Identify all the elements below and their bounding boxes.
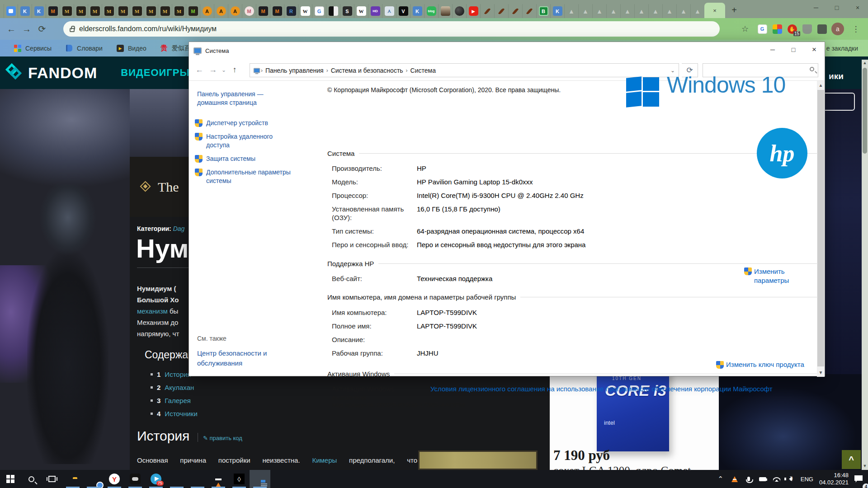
- inline-link[interactable]: механизм: [137, 307, 168, 315]
- shield-extension-icon[interactable]: [802, 23, 812, 34]
- tab-feather-icon[interactable]: [508, 4, 522, 18]
- tab-close-icon[interactable]: ×: [713, 7, 717, 14]
- tab-feather-icon[interactable]: [494, 4, 508, 18]
- breadcrumb-control-panel[interactable]: Панель управления: [265, 67, 324, 74]
- start-button[interactable]: [0, 470, 21, 488]
- change-product-key-link[interactable]: Изменить ключ продукта: [716, 361, 804, 369]
- extension-icon[interactable]: [772, 23, 783, 34]
- tab-b-green-icon[interactable]: B: [536, 4, 550, 18]
- taskbar-app-skyrim[interactable]: ◊: [229, 470, 250, 488]
- tab-blog-icon[interactable]: blog: [424, 4, 438, 18]
- tab-a-orange-icon[interactable]: A: [214, 4, 228, 18]
- scrollbar-thumb[interactable]: [817, 90, 824, 366]
- tab-a-orange-icon[interactable]: A: [200, 4, 214, 18]
- new-tab-button[interactable]: +: [728, 4, 741, 16]
- hidden-icons-chevron[interactable]: ⌃: [717, 475, 725, 483]
- tab-wiki-icon[interactable]: W: [298, 4, 312, 18]
- tab-bw-icon[interactable]: [326, 4, 340, 18]
- tab-eso-icon[interactable]: ▲: [648, 4, 662, 18]
- breadcrumb-system[interactable]: Система: [410, 67, 436, 74]
- security-center-link[interactable]: Центр безопасности и обслуживания: [197, 348, 283, 368]
- change-settings-link[interactable]: Изменить параметры: [744, 267, 795, 285]
- tab-eso-icon[interactable]: ▲: [634, 4, 648, 18]
- tab-eso-icon[interactable]: ▲: [564, 4, 578, 18]
- forward-icon[interactable]: →: [206, 65, 220, 75]
- vlc-tray-icon[interactable]: [731, 475, 739, 483]
- tech-support-link[interactable]: Техническая поддержка: [417, 274, 492, 283]
- toc-item-Акулахан[interactable]: 2Акулахан: [151, 384, 198, 391]
- sidebar-task-link[interactable]: Диспетчер устройств: [195, 119, 292, 127]
- close-button[interactable]: ×: [804, 42, 825, 57]
- bookmark-Словари[interactable]: Словари: [65, 44, 103, 52]
- inline-link[interactable]: Кимеры: [312, 456, 337, 464]
- tab-m-gold-icon[interactable]: M: [172, 4, 186, 18]
- maximize-button[interactable]: □: [783, 42, 804, 57]
- tab-vk-icon[interactable]: K: [32, 4, 46, 18]
- wifi-icon[interactable]: [773, 475, 781, 483]
- up-icon[interactable]: ↑: [228, 65, 241, 75]
- nav-button-fragment[interactable]: [825, 93, 855, 111]
- numidium-artwork-image[interactable]: [418, 450, 538, 470]
- breadcrumb-system-security[interactable]: Система и безопасность: [331, 67, 403, 74]
- tab-sphere-icon[interactable]: [452, 4, 466, 18]
- sidebar-task-link[interactable]: Защита системы: [195, 155, 292, 163]
- taskbar-app-vlc[interactable]: [208, 470, 229, 488]
- tab-m-gold-icon[interactable]: M: [102, 4, 116, 18]
- sidebar-home-link[interactable]: Панель управления — домашняя страница: [197, 90, 283, 107]
- scrollbar-down-icon[interactable]: ▼: [817, 370, 825, 375]
- microphone-icon[interactable]: [745, 475, 753, 483]
- tab-gtr-icon[interactable]: G: [312, 4, 326, 18]
- taskbar-app-telegram[interactable]: 75: [146, 470, 166, 488]
- reload-icon[interactable]: ⟳: [34, 21, 50, 37]
- tab-eso-icon[interactable]: ▲: [578, 4, 592, 18]
- core-i3-box-image[interactable]: 10TH GEN CORE i3 intel: [597, 368, 669, 451]
- taskbar-app-yandex[interactable]: Y: [104, 470, 125, 488]
- breadcrumb-bar[interactable]: › Панель управления › Система и безопасн…: [250, 63, 679, 77]
- tab-v-dark-icon[interactable]: V: [396, 4, 410, 18]
- browser-scrollbar[interactable]: ▲ ▼: [862, 60, 868, 470]
- tab-feather-icon[interactable]: [480, 4, 494, 18]
- nav-item-videogames[interactable]: ВИДЕОИГРЫ: [121, 67, 190, 79]
- extensions-puzzle-icon[interactable]: [816, 23, 827, 34]
- tab-feather-icon[interactable]: [522, 4, 536, 18]
- back-icon[interactable]: ←: [193, 65, 206, 75]
- tab-a-orange-icon[interactable]: A: [228, 4, 242, 18]
- tab-s-dark-icon[interactable]: S: [340, 4, 354, 18]
- taskbar-app-moon[interactable]: [187, 470, 208, 488]
- battery-icon[interactable]: [759, 475, 767, 483]
- tab-portrait-icon[interactable]: [438, 4, 452, 18]
- tab-m-orange-icon[interactable]: М: [256, 4, 270, 18]
- tab-m-orange-icon[interactable]: М: [270, 4, 284, 18]
- tab-eso-icon[interactable]: ▲: [676, 4, 690, 18]
- adblock-extension-icon[interactable]: ✋ 15: [787, 23, 797, 34]
- clock[interactable]: 16:48 04.02.2021: [819, 472, 849, 486]
- scrollbar-up-icon[interactable]: ▲: [817, 83, 825, 88]
- scrollbar-down-icon[interactable]: ▼: [862, 464, 868, 468]
- scrollbar-up-icon[interactable]: ▲: [862, 61, 868, 65]
- tab-m-green-icon[interactable]: M: [186, 4, 200, 18]
- taskbar-app-cpanel[interactable]: [250, 470, 270, 488]
- tab-vk-icon[interactable]: K: [410, 4, 424, 18]
- tab-m-gold-icon[interactable]: M: [144, 4, 158, 18]
- license-terms-link[interactable]: Условия лицензионного соглашения на испо…: [430, 385, 773, 402]
- taskbar-search-button[interactable]: [21, 470, 42, 488]
- address-bar[interactable]: elderscrolls.fandom.com/ru/wiki/Нумидиум: [63, 21, 720, 37]
- taskbar-app-chrome[interactable]: [83, 470, 104, 488]
- tab-eso-icon[interactable]: ▲: [662, 4, 676, 18]
- volume-icon[interactable]: [787, 475, 795, 483]
- tab-vk-icon[interactable]: K: [550, 4, 564, 18]
- other-bookmarks-label[interactable]: е закладки: [826, 45, 858, 52]
- tab-wiki-icon[interactable]: W: [354, 4, 368, 18]
- translate-extension-icon[interactable]: G: [757, 23, 768, 34]
- task-view-button[interactable]: [42, 470, 62, 488]
- bookmark-star-icon[interactable]: ☆: [737, 21, 753, 37]
- window-scrollbar[interactable]: ▲ ▼: [817, 81, 825, 377]
- tab-m-pink-icon[interactable]: M: [242, 4, 256, 18]
- tab-hd-icon[interactable]: HD: [368, 4, 382, 18]
- tab-eso-icon[interactable]: ▲: [690, 4, 704, 18]
- forward-icon[interactable]: →: [19, 21, 34, 37]
- close-button[interactable]: ×: [847, 0, 868, 15]
- category-link[interactable]: Dag: [173, 225, 185, 232]
- tab-m-orange-icon[interactable]: М: [46, 4, 60, 18]
- language-indicator[interactable]: ENG: [801, 476, 813, 483]
